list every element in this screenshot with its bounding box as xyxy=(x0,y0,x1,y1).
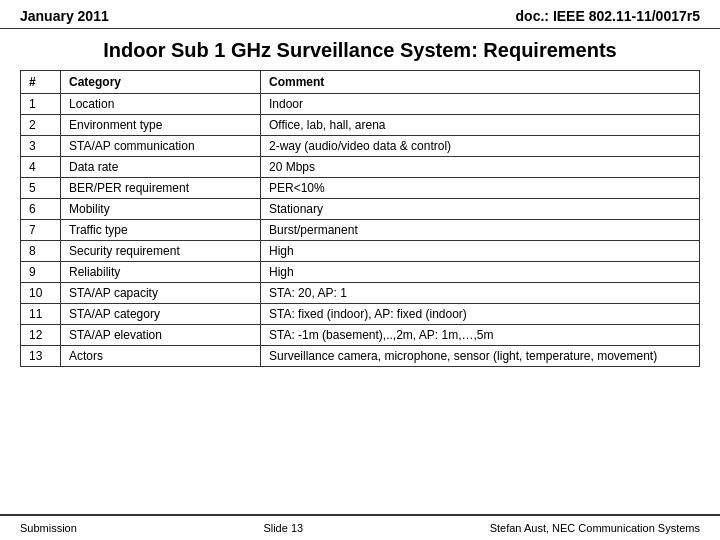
table-row: 3STA/AP communication2-way (audio/video … xyxy=(21,136,700,157)
table-row: 13ActorsSurveillance camera, microphone,… xyxy=(21,346,700,367)
col-header-category: Category xyxy=(61,71,261,94)
col-header-comment: Comment xyxy=(261,71,700,94)
footer-center: Slide 13 xyxy=(263,522,303,534)
table-row: 11STA/AP categorySTA: fixed (indoor), AP… xyxy=(21,304,700,325)
cell-comment: Stationary xyxy=(261,199,700,220)
cell-num: 1 xyxy=(21,94,61,115)
table-row: 8Security requirementHigh xyxy=(21,241,700,262)
table-header-row: # Category Comment xyxy=(21,71,700,94)
cell-comment: Indoor xyxy=(261,94,700,115)
table-row: 4Data rate20 Mbps xyxy=(21,157,700,178)
cell-category: STA/AP elevation xyxy=(61,325,261,346)
cell-category: STA/AP capacity xyxy=(61,283,261,304)
table-row: 1LocationIndoor xyxy=(21,94,700,115)
cell-category: Data rate xyxy=(61,157,261,178)
cell-num: 5 xyxy=(21,178,61,199)
table-row: 10STA/AP capacitySTA: 20, AP: 1 xyxy=(21,283,700,304)
cell-category: Traffic type xyxy=(61,220,261,241)
header-date: January 2011 xyxy=(20,8,109,24)
header-doc: doc.: IEEE 802.11-11/0017r5 xyxy=(516,8,700,24)
cell-category: Location xyxy=(61,94,261,115)
page-header: January 2011 doc.: IEEE 802.11-11/0017r5 xyxy=(0,0,720,29)
table-row: 5BER/PER requirementPER<10% xyxy=(21,178,700,199)
cell-category: Security requirement xyxy=(61,241,261,262)
cell-num: 9 xyxy=(21,262,61,283)
table-row: 7Traffic typeBurst/permanent xyxy=(21,220,700,241)
cell-category: Mobility xyxy=(61,199,261,220)
page-title: Indoor Sub 1 GHz Surveillance System: Re… xyxy=(0,29,720,70)
cell-num: 4 xyxy=(21,157,61,178)
cell-category: Actors xyxy=(61,346,261,367)
cell-category: STA/AP communication xyxy=(61,136,261,157)
cell-num: 8 xyxy=(21,241,61,262)
cell-num: 10 xyxy=(21,283,61,304)
cell-num: 11 xyxy=(21,304,61,325)
cell-comment: Office, lab, hall, arena xyxy=(261,115,700,136)
cell-comment: 2-way (audio/video data & control) xyxy=(261,136,700,157)
cell-category: Environment type xyxy=(61,115,261,136)
table-row: 6MobilityStationary xyxy=(21,199,700,220)
footer-left: Submission xyxy=(20,522,77,534)
table-row: 2Environment typeOffice, lab, hall, aren… xyxy=(21,115,700,136)
cell-category: STA/AP category xyxy=(61,304,261,325)
cell-comment: High xyxy=(261,262,700,283)
table-row: 12STA/AP elevationSTA: -1m (basement),..… xyxy=(21,325,700,346)
col-header-num: # xyxy=(21,71,61,94)
cell-num: 2 xyxy=(21,115,61,136)
cell-comment: Surveillance camera, microphone, sensor … xyxy=(261,346,700,367)
cell-category: BER/PER requirement xyxy=(61,178,261,199)
cell-comment: 20 Mbps xyxy=(261,157,700,178)
cell-comment: STA: -1m (basement),..,2m, AP: 1m,…,5m xyxy=(261,325,700,346)
requirements-table: # Category Comment 1LocationIndoor2Envir… xyxy=(20,70,700,367)
cell-comment: High xyxy=(261,241,700,262)
cell-comment: PER<10% xyxy=(261,178,700,199)
cell-num: 3 xyxy=(21,136,61,157)
cell-num: 13 xyxy=(21,346,61,367)
page-footer: Submission Slide 13 Stefan Aust, NEC Com… xyxy=(0,514,720,540)
cell-comment: STA: 20, AP: 1 xyxy=(261,283,700,304)
table-row: 9ReliabilityHigh xyxy=(21,262,700,283)
requirements-table-container: # Category Comment 1LocationIndoor2Envir… xyxy=(0,70,720,367)
cell-comment: Burst/permanent xyxy=(261,220,700,241)
cell-category: Reliability xyxy=(61,262,261,283)
cell-num: 6 xyxy=(21,199,61,220)
cell-num: 12 xyxy=(21,325,61,346)
cell-num: 7 xyxy=(21,220,61,241)
cell-comment: STA: fixed (indoor), AP: fixed (indoor) xyxy=(261,304,700,325)
footer-right: Stefan Aust, NEC Communication Systems xyxy=(490,522,700,534)
